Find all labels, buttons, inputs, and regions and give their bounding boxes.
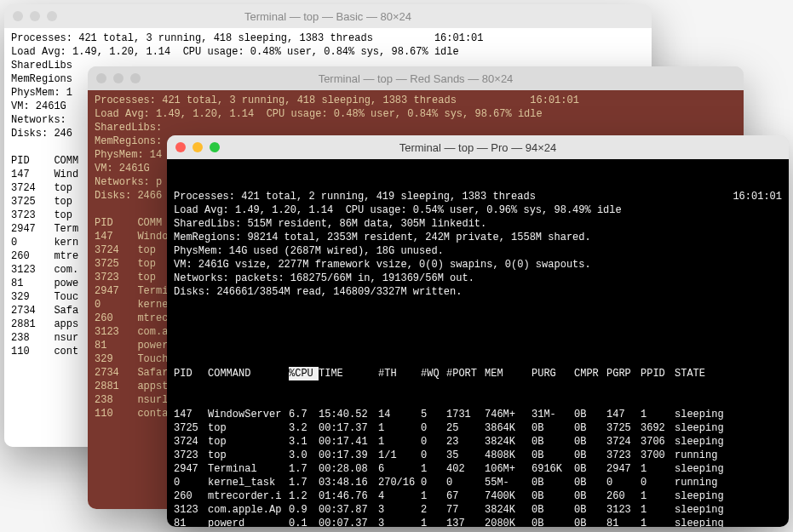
col-wq: #WQ bbox=[421, 367, 446, 380]
clock: 16:01:01 bbox=[733, 190, 782, 203]
terminal-content-pro[interactable]: Processes: 421 total, 2 running, 419 sle… bbox=[167, 159, 789, 527]
table-row: 81powerd0.100:07.37311372080K0B0B811slee… bbox=[174, 517, 782, 527]
col-th: #TH bbox=[378, 367, 421, 380]
zoom-icon[interactable] bbox=[130, 73, 141, 83]
window-title: Terminal — top — Pro — 94×24 bbox=[167, 141, 789, 154]
process-table-header: PIDCOMMAND%CPUTIME#TH#WQ#PORTMEMPURGCMPR… bbox=[174, 367, 782, 380]
header-line: VM: 2461G vsize, 2277M framework vsize, … bbox=[174, 258, 782, 272]
table-row: 2947Terminal1.700:28.0861402106M+6916K0B… bbox=[174, 462, 782, 476]
col-mem: MEM bbox=[485, 367, 532, 380]
zoom-icon[interactable] bbox=[47, 11, 57, 21]
table-row: 147WindowServer6.715:40.521451731746M+31… bbox=[174, 408, 782, 421]
close-icon[interactable] bbox=[13, 11, 23, 21]
col-cpu: %CPU bbox=[289, 367, 319, 380]
titlebar-redsands[interactable]: Terminal — top — Red Sands — 80×24 bbox=[88, 66, 744, 90]
col-pgrp: PGRP bbox=[606, 367, 641, 380]
header-line: MemRegions: 98214 total, 2353M resident,… bbox=[174, 231, 782, 244]
minimize-icon[interactable] bbox=[193, 142, 203, 152]
col-pid: PID bbox=[174, 367, 208, 380]
traffic-lights bbox=[96, 73, 141, 83]
table-row: 260mtrecorder.i1.201:46.7641677400K0B0B2… bbox=[174, 489, 782, 503]
header-line: PhysMem: 14G used (2687M wired), 18G unu… bbox=[174, 244, 782, 258]
zoom-icon[interactable] bbox=[210, 142, 220, 152]
table-row: 3724top3.100:17.4110233824K0B0B37243706s… bbox=[174, 435, 782, 449]
col-time: TIME bbox=[319, 367, 378, 380]
titlebar-pro[interactable]: Terminal — top — Pro — 94×24 bbox=[167, 135, 789, 159]
col-port: #PORT bbox=[446, 367, 485, 380]
header-line: Networks: packets: 168275/66M in, 191369… bbox=[174, 272, 782, 285]
header-line: SharedLibs: 515M resident, 86M data, 305… bbox=[174, 217, 782, 231]
col-command: COMMAND bbox=[208, 367, 289, 380]
table-row: 3723top3.000:17.391/10354808K0B0B3723370… bbox=[174, 449, 782, 462]
titlebar-basic[interactable]: Terminal — top — Basic — 80×24 bbox=[4, 4, 652, 28]
col-purg: PURG bbox=[532, 367, 574, 380]
close-icon[interactable] bbox=[96, 73, 106, 83]
terminal-window-pro[interactable]: Terminal — top — Pro — 94×24 Processes: … bbox=[167, 135, 789, 527]
table-row: 3725top3.200:17.3710253864K0B0B37253692s… bbox=[174, 421, 782, 435]
close-icon[interactable] bbox=[175, 142, 186, 152]
traffic-lights bbox=[175, 142, 220, 152]
header-line: Load Avg: 1.49, 1.20, 1.14 CPU usage: 0.… bbox=[174, 203, 782, 217]
header-line: Processes: 421 total, 2 running, 419 sle… bbox=[174, 190, 782, 203]
col-cmpr: CMPR bbox=[574, 367, 606, 380]
traffic-lights bbox=[13, 11, 57, 21]
window-title: Terminal — top — Red Sands — 80×24 bbox=[88, 72, 744, 85]
table-row: 0kernel_task1.703:48.16270/160055M-0B0B0… bbox=[174, 476, 782, 489]
header-line: Disks: 246661/3854M read, 146809/3327M w… bbox=[174, 285, 782, 299]
col-ppid: PPID bbox=[641, 367, 675, 380]
minimize-icon[interactable] bbox=[30, 11, 40, 21]
col-state: STATE bbox=[675, 367, 734, 380]
window-title: Terminal — top — Basic — 80×24 bbox=[4, 10, 652, 23]
minimize-icon[interactable] bbox=[113, 73, 124, 83]
table-row: 3123com.apple.Ap0.900:37.8732773824K0B0B… bbox=[174, 503, 782, 517]
